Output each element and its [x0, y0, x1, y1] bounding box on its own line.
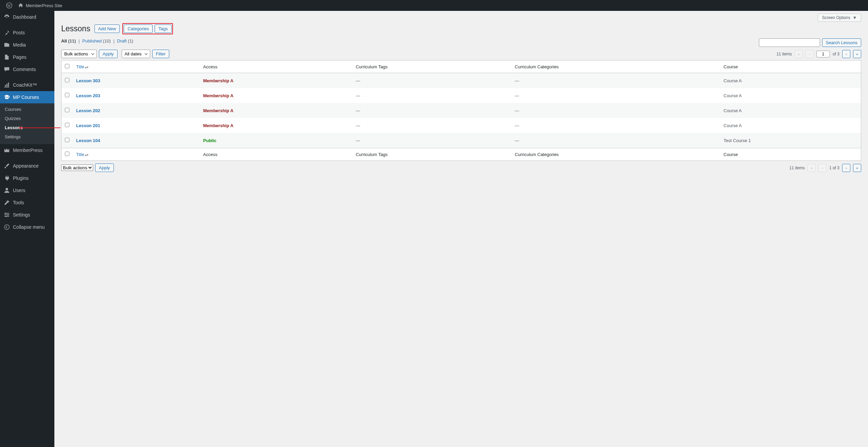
- submenu-item-quizzes[interactable]: Quizzes: [0, 114, 54, 123]
- page-input[interactable]: [816, 51, 830, 57]
- sidebar-item-appearance[interactable]: Appearance: [0, 160, 54, 172]
- tablenav-top: Bulk actions Apply All dates Filter 11 i…: [61, 50, 861, 58]
- access-value: Membership A: [203, 123, 233, 128]
- sidebar-item-plugins[interactable]: Plugins: [0, 172, 54, 179]
- categories-button[interactable]: Categories: [124, 24, 153, 33]
- annotation-redbox: Categories Tags: [122, 23, 173, 34]
- apply-button[interactable]: Apply: [99, 50, 118, 58]
- sidebar-item-memberpress[interactable]: MemberPress: [0, 144, 54, 156]
- bulk-actions-select[interactable]: Bulk actions: [61, 50, 97, 58]
- access-value: Public: [203, 138, 216, 143]
- row-checkbox[interactable]: [65, 93, 69, 97]
- filter-all[interactable]: All (11): [61, 38, 76, 44]
- wordpress-icon: [6, 2, 12, 8]
- cats-value: —: [511, 88, 721, 103]
- sidebar-label: Media: [13, 42, 26, 48]
- mp-icon: [3, 147, 10, 154]
- table-row: Lesson 104Public——Test Course 1: [62, 133, 861, 148]
- sidebar-label: MemberPress: [13, 148, 42, 153]
- lesson-title-link[interactable]: Lesson 202: [76, 108, 100, 113]
- dashboard-icon: [3, 14, 10, 20]
- submenu-item-courses[interactable]: Courses: [0, 105, 54, 114]
- table-row: Lesson 201Membership A——Course A: [62, 118, 861, 133]
- filter-published[interactable]: Published (10): [82, 38, 111, 44]
- col-access: Access: [200, 61, 352, 73]
- pages-icon: [3, 54, 10, 61]
- lessons-table: Title▴▾ Access Curriculum Tags Curriculu…: [61, 60, 861, 161]
- tags-button[interactable]: Tags: [155, 24, 171, 33]
- add-new-button[interactable]: Add New: [94, 24, 120, 33]
- prev-page-button-bottom[interactable]: ‹: [818, 164, 827, 172]
- sidebar-label: Appearance: [13, 163, 39, 169]
- lesson-title-link[interactable]: Lesson 303: [76, 78, 100, 83]
- screen-options-button[interactable]: Screen Options ▼: [818, 14, 861, 22]
- sidebar-label: Plugins: [13, 175, 29, 179]
- sidebar-label: Dashboard: [13, 14, 36, 20]
- main-content: Screen Options ▼ Lessons Add New Categor…: [54, 11, 868, 179]
- filter-draft[interactable]: Draft (1): [117, 38, 134, 44]
- sidebar-submenu: Courses Quizzes Lessons Settings: [0, 103, 54, 144]
- last-page-button[interactable]: »: [853, 50, 861, 58]
- sidebar-item-mp-courses[interactable]: MP Courses: [0, 91, 54, 103]
- first-page-button[interactable]: «: [795, 50, 803, 58]
- bulk-actions-select-bottom[interactable]: Bulk actions: [61, 165, 93, 171]
- chevron-down-icon: ▼: [853, 15, 857, 20]
- prev-page-button[interactable]: ‹: [805, 50, 814, 58]
- row-checkbox[interactable]: [65, 123, 69, 127]
- date-filter-select[interactable]: All dates: [122, 50, 150, 58]
- sidebar-item-coachkit[interactable]: CoachKit™: [0, 79, 54, 91]
- sidebar-item-pages[interactable]: Pages: [0, 51, 54, 63]
- sidebar-item-comments[interactable]: Comments: [0, 63, 54, 75]
- col-title-footer[interactable]: Title▴▾: [73, 148, 200, 161]
- tags-value: —: [352, 88, 511, 103]
- sidebar-item-media[interactable]: Media: [0, 39, 54, 51]
- items-count-bottom: 11 items: [789, 166, 805, 170]
- pin-icon: [3, 29, 10, 36]
- cats-value: —: [511, 103, 721, 118]
- graduation-icon: [3, 94, 10, 101]
- search-input[interactable]: [759, 38, 820, 47]
- site-home-link[interactable]: MemberPress Site: [15, 0, 65, 11]
- annotation-arrow: [20, 127, 60, 128]
- sidebar-label: CoachKit™: [13, 82, 37, 88]
- brush-icon: [3, 162, 10, 169]
- table-row: Lesson 202Membership A——Course A: [62, 103, 861, 118]
- select-all-checkbox-footer[interactable]: [65, 152, 69, 156]
- first-page-button-bottom[interactable]: «: [808, 164, 816, 172]
- filter-button[interactable]: Filter: [152, 50, 170, 58]
- submenu-item-lessons[interactable]: Lessons: [0, 123, 54, 132]
- last-page-button-bottom[interactable]: »: [853, 164, 861, 172]
- sidebar-label: Pages: [13, 54, 27, 60]
- access-value: Membership A: [203, 108, 233, 113]
- table-row: Lesson 203Membership A——Course A: [62, 88, 861, 103]
- row-checkbox[interactable]: [65, 108, 69, 112]
- lesson-title-link[interactable]: Lesson 104: [76, 138, 100, 143]
- col-tags: Curriculum Tags: [352, 61, 511, 73]
- wp-logo[interactable]: [3, 0, 15, 11]
- sidebar-item-dashboard[interactable]: Dashboard: [0, 11, 54, 23]
- items-count: 11 items: [777, 52, 792, 56]
- site-name: MemberPress Site: [26, 3, 62, 8]
- course-value: Course A: [720, 73, 861, 88]
- next-page-button-bottom[interactable]: ›: [842, 164, 850, 172]
- col-course: Course: [720, 61, 861, 73]
- row-checkbox[interactable]: [65, 138, 69, 142]
- row-checkbox[interactable]: [65, 78, 69, 82]
- next-page-button[interactable]: ›: [842, 50, 850, 58]
- page-of-total-bottom: 1 of 3: [829, 166, 839, 170]
- home-icon: [18, 2, 24, 8]
- page-of-total: of 3: [833, 52, 839, 56]
- apply-button-bottom[interactable]: Apply: [95, 164, 114, 172]
- search-button[interactable]: Search Lessons: [822, 38, 861, 47]
- status-filters: All (11) | Published (10) | Draft (1): [61, 38, 133, 44]
- lesson-title-link[interactable]: Lesson 203: [76, 93, 100, 98]
- course-value: Course A: [720, 88, 861, 103]
- sidebar-item-posts[interactable]: Posts: [0, 27, 54, 39]
- submenu-item-settings[interactable]: Settings: [0, 132, 54, 141]
- select-all-checkbox[interactable]: [65, 64, 69, 68]
- page-title: Lessons: [61, 24, 90, 33]
- col-title[interactable]: Title▴▾: [73, 61, 200, 73]
- lesson-title-link[interactable]: Lesson 201: [76, 123, 100, 128]
- cats-value: —: [511, 118, 721, 133]
- col-categories-footer: Curriculum Categories: [511, 148, 721, 161]
